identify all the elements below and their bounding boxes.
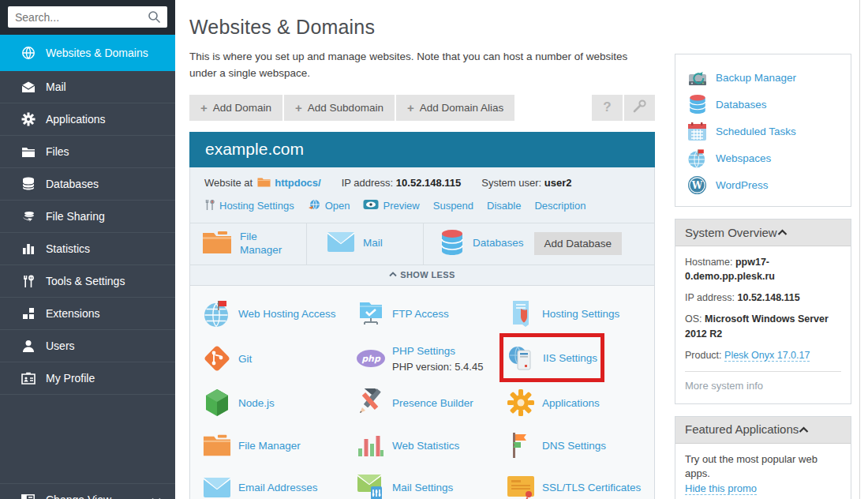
feature-git[interactable]: Git	[202, 335, 356, 382]
add-database-button[interactable]: Add Database	[534, 232, 623, 255]
docroot-link[interactable]: httpdocs/	[275, 177, 321, 189]
feature-hosting-settings[interactable]: Hosting Settings	[506, 293, 654, 335]
hostname-label: Hostname:	[685, 257, 732, 268]
page-description: This is where you set up and manage webs…	[189, 49, 651, 82]
feature-label: Web Hosting Access	[238, 308, 336, 320]
feature-label: Node.js	[238, 397, 275, 409]
tool-label: WordPress	[716, 179, 769, 191]
disable-link[interactable]: Disable	[487, 200, 521, 212]
tool-label: Scheduled Tasks	[716, 126, 796, 137]
search-strip	[0, 0, 175, 35]
sysuser-label: System user:	[481, 177, 541, 189]
feature-nodejs[interactable]: Node.js	[202, 382, 356, 424]
sidebar-item-my-profile[interactable]: My Profile	[0, 362, 175, 395]
plus-icon: +	[200, 101, 208, 114]
folder-orange-icon	[202, 433, 232, 457]
sidebar-item-files[interactable]: Files	[0, 136, 175, 168]
search-input[interactable]	[8, 6, 167, 28]
right-backup-manager[interactable]: Backup Manager	[687, 64, 840, 91]
question-icon: ?	[603, 99, 611, 115]
feature-applications[interactable]: Applications	[506, 382, 654, 424]
right-databases[interactable]: Databases	[687, 91, 840, 118]
tools-small-icon	[204, 199, 215, 213]
database-color-icon	[440, 229, 465, 259]
globe-icon	[21, 46, 36, 60]
featured-applications-header[interactable]: Featured Applications	[675, 417, 851, 444]
quick-mail[interactable]: Mail	[306, 223, 423, 265]
feature-ftp-access[interactable]: FTP Access	[356, 293, 506, 335]
sidebar-item-label: Statistics	[46, 242, 90, 255]
show-less-toggle[interactable]: SHOW LESS	[190, 265, 654, 285]
so-ip-value: 10.52.148.115	[738, 292, 800, 303]
sidebar-item-label: My Profile	[46, 372, 95, 385]
backup-icon	[687, 67, 708, 88]
sidebar-item-statistics[interactable]: Statistics	[0, 233, 175, 265]
hide-promo-link[interactable]: Hide this promo	[685, 482, 757, 495]
main-content: Websites & Domains This is where you set…	[189, 0, 655, 499]
os-value: Microsoft Windows Server 2012 R2	[685, 313, 829, 339]
scrollbar-track[interactable]	[859, 0, 860, 499]
folder-icon	[21, 144, 36, 159]
add-domain-button[interactable]: +Add Domain	[189, 95, 282, 121]
feature-file-manager[interactable]: File Manager	[202, 424, 356, 467]
so-ip-label: IP address:	[685, 292, 735, 303]
feature-dns-settings[interactable]: DNS Settings	[506, 424, 654, 467]
git-icon	[202, 344, 232, 373]
sidebar-item-websites-domains[interactable]: Websites & Domains	[0, 35, 175, 71]
suspend-link[interactable]: Suspend	[433, 200, 473, 212]
sidebar-item-label: Users	[46, 340, 75, 352]
sidebar-item-extensions[interactable]: Extensions	[0, 298, 175, 330]
sidebar-item-tools-settings[interactable]: Tools & Settings	[0, 265, 175, 298]
settings-tools-button[interactable]	[624, 95, 655, 121]
change-view-label: Change View	[46, 493, 111, 499]
gear-icon	[21, 112, 36, 126]
feature-mail-settings[interactable]: Mail Settings	[356, 467, 506, 499]
right-wordpress[interactable]: W WordPress	[687, 171, 840, 198]
add-domain-alias-button[interactable]: +Add Domain Alias	[396, 95, 514, 121]
tools-icon	[21, 274, 36, 288]
sidebar-item-applications[interactable]: Applications	[0, 103, 175, 136]
feature-label: FTP Access	[392, 308, 449, 320]
wrench-icon	[632, 99, 647, 116]
ftp-icon	[356, 299, 386, 328]
domain-links-row: Hosting Settings Open Preview Suspend Di…	[190, 191, 654, 223]
quick-label[interactable]: Databases	[473, 237, 524, 250]
quick-access-row: File Manager Mail Databases Add Database	[190, 223, 654, 265]
system-overview-header[interactable]: System Overview	[675, 219, 851, 246]
quick-file-manager[interactable]: File Manager	[190, 223, 306, 265]
feature-ssl-certificates[interactable]: SSL/TLS Certificates	[506, 467, 654, 499]
feature-presence-builder[interactable]: Presence Builder	[356, 382, 506, 424]
feature-iis-settings[interactable]: IIS Settings	[506, 335, 654, 382]
chevron-up-icon	[389, 270, 400, 280]
hosting-settings-link[interactable]: Hosting Settings	[219, 200, 294, 212]
divider	[685, 371, 841, 372]
feature-label: Presence Builder	[392, 397, 473, 409]
feature-email-addresses[interactable]: Email Addresses	[202, 467, 356, 499]
help-button[interactable]: ?	[592, 95, 623, 121]
open-link[interactable]: Open	[325, 200, 350, 212]
more-system-info-link[interactable]: More system info	[685, 380, 763, 392]
sidebar-item-label: Tools & Settings	[46, 275, 125, 287]
preview-link[interactable]: Preview	[383, 200, 419, 212]
sidebar-item-file-sharing[interactable]: File Sharing	[0, 201, 175, 233]
domain-info-row: Website at httpdocs/ IP address: 10.52.1…	[190, 167, 654, 191]
plus-icon: +	[295, 101, 302, 114]
product-version-link[interactable]: Plesk Onyx 17.0.17	[724, 350, 810, 362]
certificate-icon	[506, 475, 536, 499]
feature-web-statistics[interactable]: Web Statistics	[356, 424, 506, 467]
right-scheduled-tasks[interactable]: Scheduled Tasks	[687, 118, 840, 144]
domain-name[interactable]: example.com	[189, 132, 655, 167]
sidebar-item-databases[interactable]: Databases	[0, 168, 175, 201]
sidebar-item-change-view[interactable]: Change View	[0, 483, 175, 499]
toolbar: +Add Domain +Add Subdomain +Add Domain A…	[189, 95, 655, 121]
open-globe-icon	[308, 199, 321, 213]
feature-web-hosting-access[interactable]: Web Hosting Access	[202, 293, 356, 335]
feature-label: Hosting Settings	[542, 308, 619, 320]
add-subdomain-button[interactable]: +Add Subdomain	[284, 95, 395, 121]
right-webspaces[interactable]: Webspaces	[687, 144, 840, 171]
feature-php-settings[interactable]: php PHP Settings PHP version: 5.4.45	[356, 335, 506, 382]
folder-orange-icon	[202, 231, 232, 257]
description-link[interactable]: Description	[534, 200, 586, 212]
sidebar-item-users[interactable]: Users	[0, 330, 175, 362]
sidebar-item-mail[interactable]: Mail	[0, 71, 175, 103]
